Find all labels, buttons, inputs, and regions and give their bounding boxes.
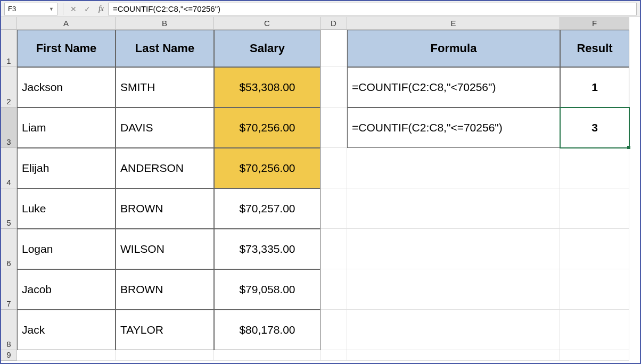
col-header-A[interactable]: A xyxy=(17,17,116,30)
cell-C7[interactable]: $79,058.00 xyxy=(214,269,320,310)
cell-A2[interactable]: Jackson xyxy=(17,67,116,107)
cell-E4[interactable] xyxy=(347,148,560,188)
cell-E3[interactable]: =COUNTIF(C2:C8,"<=70256") xyxy=(347,107,560,148)
cell-F8[interactable] xyxy=(560,310,629,350)
cell-F9[interactable] xyxy=(560,350,629,361)
cell-B8[interactable]: TAYLOR xyxy=(116,310,214,350)
cell-F6[interactable] xyxy=(560,229,629,269)
cell-B3[interactable]: DAVIS xyxy=(116,107,214,148)
col-header-F[interactable]: F xyxy=(560,17,629,30)
cell-A7[interactable]: Jacob xyxy=(17,269,116,310)
cell-B9[interactable] xyxy=(116,350,214,361)
col-header-D[interactable]: D xyxy=(320,17,347,30)
cell-E7[interactable] xyxy=(347,269,560,310)
formula-bar: F3 ▼ ✕ ✓ fx =COUNTIF(C2:C8,"<=70256") xyxy=(1,1,640,17)
cell-D6[interactable] xyxy=(320,229,347,269)
cell-C4[interactable]: $70,256.00 xyxy=(214,148,320,188)
cell-D8[interactable] xyxy=(320,310,347,350)
cell-C5[interactable]: $70,257.00 xyxy=(214,188,320,229)
name-box[interactable]: F3 ▼ xyxy=(4,3,57,15)
cell-C3[interactable]: $70,256.00 xyxy=(214,107,320,148)
cell-E1[interactable]: Formula xyxy=(347,30,560,67)
column-headers: A B C D E F xyxy=(17,17,640,30)
cell-D5[interactable] xyxy=(320,188,347,229)
select-all-corner[interactable] xyxy=(1,17,17,30)
row-header-8[interactable]: 8 xyxy=(1,310,17,350)
row-header-5[interactable]: 5 xyxy=(1,188,17,229)
cell-D4[interactable] xyxy=(320,148,347,188)
cell-F2[interactable]: 1 xyxy=(560,67,629,107)
col-header-B[interactable]: B xyxy=(116,17,214,30)
cell-C1[interactable]: Salary xyxy=(214,30,320,67)
cell-D2[interactable] xyxy=(320,67,347,107)
cell-F5[interactable] xyxy=(560,188,629,229)
cell-E2[interactable]: =COUNTIF(C2:C8,"<70256") xyxy=(347,67,560,107)
cell-F4[interactable] xyxy=(560,148,629,188)
cell-C9[interactable] xyxy=(214,350,320,361)
row-header-3[interactable]: 3 xyxy=(1,107,17,148)
cell-F7[interactable] xyxy=(560,269,629,310)
row-header-4[interactable]: 4 xyxy=(1,148,17,188)
row-header-9[interactable]: 9 xyxy=(1,350,17,361)
row-header-7[interactable]: 7 xyxy=(1,269,17,310)
cancel-icon[interactable]: ✕ xyxy=(68,3,79,15)
cell-E9[interactable] xyxy=(347,350,560,361)
cell-C8[interactable]: $80,178.00 xyxy=(214,310,320,350)
formula-input[interactable]: =COUNTIF(C2:C8,"<=70256") xyxy=(108,3,637,15)
cell-F1[interactable]: Result xyxy=(560,30,629,67)
dropdown-icon[interactable]: ▼ xyxy=(49,6,54,12)
cell-B2[interactable]: SMITH xyxy=(116,67,214,107)
cell-A8[interactable]: Jack xyxy=(17,310,116,350)
cell-F3[interactable]: 3 xyxy=(560,107,629,148)
col-header-C[interactable]: C xyxy=(214,17,320,30)
divider xyxy=(63,3,63,15)
fx-icon[interactable]: fx xyxy=(95,3,107,15)
row-header-1[interactable]: 1 xyxy=(1,30,17,67)
cell-A1[interactable]: First Name xyxy=(17,30,116,67)
cell-A5[interactable]: Luke xyxy=(17,188,116,229)
cell-D7[interactable] xyxy=(320,269,347,310)
cell-B7[interactable]: BROWN xyxy=(116,269,214,310)
cell-D1[interactable] xyxy=(320,30,347,67)
cell-A9[interactable] xyxy=(17,350,116,361)
cell-A4[interactable]: Elijah xyxy=(17,148,116,188)
cell-E5[interactable] xyxy=(347,188,560,229)
cell-C6[interactable]: $73,335.00 xyxy=(214,229,320,269)
cell-C2[interactable]: $53,308.00 xyxy=(214,67,320,107)
cell-B6[interactable]: WILSON xyxy=(116,229,214,269)
cell-B5[interactable]: BROWN xyxy=(116,188,214,229)
col-header-E[interactable]: E xyxy=(347,17,560,30)
row-header-6[interactable]: 6 xyxy=(1,229,17,269)
cell-A3[interactable]: Liam xyxy=(17,107,116,148)
cell-B4[interactable]: ANDERSON xyxy=(116,148,214,188)
cell-E8[interactable] xyxy=(347,310,560,350)
cell-E6[interactable] xyxy=(347,229,560,269)
cell-D9[interactable] xyxy=(320,350,347,361)
name-box-value: F3 xyxy=(8,5,16,13)
cell-D3[interactable] xyxy=(320,107,347,148)
cell-A6[interactable]: Logan xyxy=(17,229,116,269)
check-icon[interactable]: ✓ xyxy=(81,3,93,15)
formula-text: =COUNTIF(C2:C8,"<=70256") xyxy=(113,4,220,13)
cell-B1[interactable]: Last Name xyxy=(116,30,214,67)
row-header-2[interactable]: 2 xyxy=(1,67,17,107)
spreadsheet-area: 1 2 3 4 5 6 7 8 9 A B C D E F First Name… xyxy=(1,17,640,363)
